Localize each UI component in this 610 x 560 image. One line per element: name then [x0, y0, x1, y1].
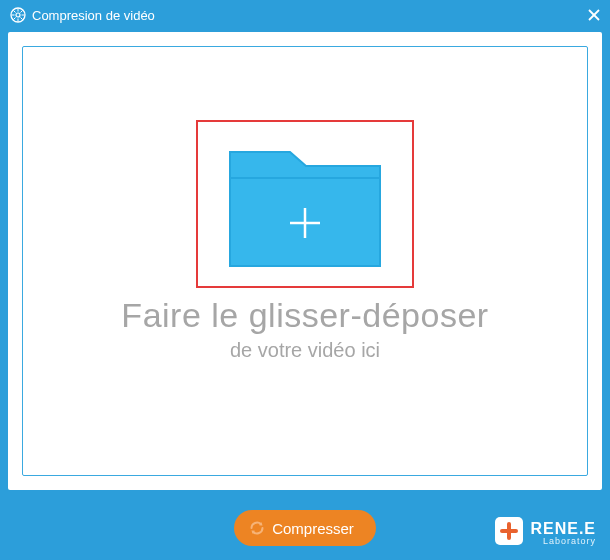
- compress-button-label: Compresser: [272, 520, 354, 537]
- refresh-icon: [248, 519, 266, 537]
- svg-line-6: [13, 10, 15, 12]
- titlebar: Compresion de vidéo: [0, 0, 610, 30]
- app-icon: [10, 7, 26, 23]
- compress-button[interactable]: Compresser: [234, 510, 376, 546]
- window-title: Compresion de vidéo: [32, 8, 155, 23]
- folder-add-icon: [220, 266, 390, 283]
- content-area: Faire le glisser-déposer de votre vidéo …: [8, 32, 602, 490]
- brand-logo[interactable]: RENE.E Laboratory: [494, 516, 596, 550]
- svg-point-1: [16, 13, 20, 17]
- drop-title: Faire le glisser-déposer: [121, 296, 488, 335]
- drop-subtitle: de votre vidéo ici: [230, 339, 380, 362]
- brand-sub: Laboratory: [530, 537, 596, 546]
- brand-text: RENE.E Laboratory: [530, 521, 596, 546]
- svg-line-9: [13, 18, 15, 20]
- svg-line-8: [21, 10, 23, 12]
- close-icon[interactable]: [588, 9, 600, 21]
- highlight-frame: [196, 120, 414, 288]
- drop-zone[interactable]: Faire le glisser-déposer de votre vidéo …: [22, 46, 588, 476]
- brand-name: RENE.E: [530, 521, 596, 537]
- svg-line-7: [21, 18, 23, 20]
- footer: Compresser RENE.E Laboratory: [0, 496, 610, 560]
- brand-badge-icon: [494, 516, 524, 550]
- app-window: Compresion de vidéo: [0, 0, 610, 560]
